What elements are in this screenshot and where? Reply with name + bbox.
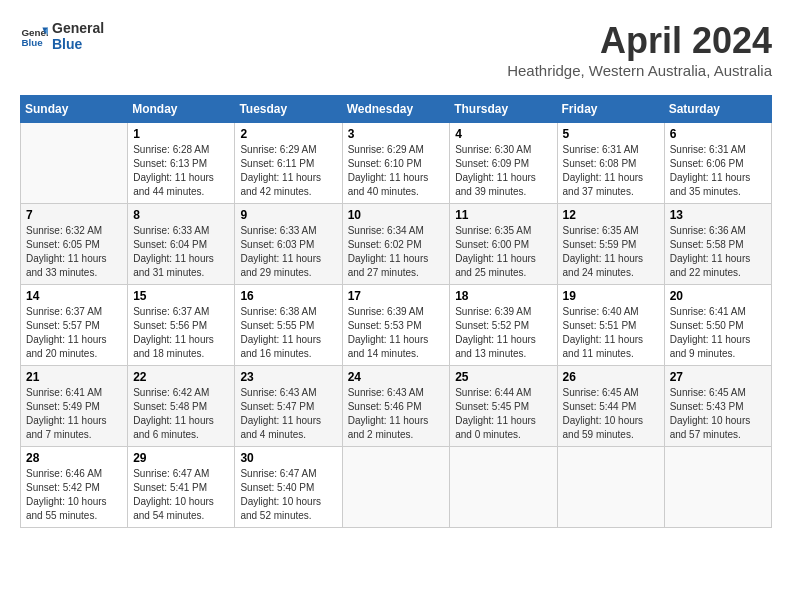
day-number: 22 <box>133 370 229 384</box>
day-info: Sunrise: 6:35 AMSunset: 5:59 PMDaylight:… <box>563 224 659 280</box>
title-block: April 2024 Heathridge, Western Australia… <box>507 20 772 79</box>
week-row-1: 1Sunrise: 6:28 AMSunset: 6:13 PMDaylight… <box>21 123 772 204</box>
day-number: 16 <box>240 289 336 303</box>
calendar-cell: 6Sunrise: 6:31 AMSunset: 6:06 PMDaylight… <box>664 123 771 204</box>
calendar-cell: 3Sunrise: 6:29 AMSunset: 6:10 PMDaylight… <box>342 123 450 204</box>
calendar-cell: 23Sunrise: 6:43 AMSunset: 5:47 PMDayligh… <box>235 366 342 447</box>
location-subtitle: Heathridge, Western Australia, Australia <box>507 62 772 79</box>
day-info: Sunrise: 6:31 AMSunset: 6:06 PMDaylight:… <box>670 143 766 199</box>
day-info: Sunrise: 6:41 AMSunset: 5:50 PMDaylight:… <box>670 305 766 361</box>
day-info: Sunrise: 6:47 AMSunset: 5:41 PMDaylight:… <box>133 467 229 523</box>
calendar-header-row: SundayMondayTuesdayWednesdayThursdayFrid… <box>21 96 772 123</box>
calendar-cell: 21Sunrise: 6:41 AMSunset: 5:49 PMDayligh… <box>21 366 128 447</box>
week-row-5: 28Sunrise: 6:46 AMSunset: 5:42 PMDayligh… <box>21 447 772 528</box>
calendar-cell: 20Sunrise: 6:41 AMSunset: 5:50 PMDayligh… <box>664 285 771 366</box>
header-wednesday: Wednesday <box>342 96 450 123</box>
day-number: 14 <box>26 289 122 303</box>
calendar-cell: 19Sunrise: 6:40 AMSunset: 5:51 PMDayligh… <box>557 285 664 366</box>
header-friday: Friday <box>557 96 664 123</box>
calendar-cell: 14Sunrise: 6:37 AMSunset: 5:57 PMDayligh… <box>21 285 128 366</box>
calendar-cell: 1Sunrise: 6:28 AMSunset: 6:13 PMDaylight… <box>128 123 235 204</box>
calendar-cell: 9Sunrise: 6:33 AMSunset: 6:03 PMDaylight… <box>235 204 342 285</box>
calendar-cell: 15Sunrise: 6:37 AMSunset: 5:56 PMDayligh… <box>128 285 235 366</box>
day-number: 19 <box>563 289 659 303</box>
day-number: 10 <box>348 208 445 222</box>
calendar-cell: 24Sunrise: 6:43 AMSunset: 5:46 PMDayligh… <box>342 366 450 447</box>
calendar-cell <box>342 447 450 528</box>
calendar-cell: 17Sunrise: 6:39 AMSunset: 5:53 PMDayligh… <box>342 285 450 366</box>
day-info: Sunrise: 6:37 AMSunset: 5:56 PMDaylight:… <box>133 305 229 361</box>
calendar-cell <box>664 447 771 528</box>
day-number: 26 <box>563 370 659 384</box>
calendar-cell: 13Sunrise: 6:36 AMSunset: 5:58 PMDayligh… <box>664 204 771 285</box>
day-info: Sunrise: 6:41 AMSunset: 5:49 PMDaylight:… <box>26 386 122 442</box>
day-number: 7 <box>26 208 122 222</box>
day-number: 25 <box>455 370 551 384</box>
calendar-cell: 2Sunrise: 6:29 AMSunset: 6:11 PMDaylight… <box>235 123 342 204</box>
day-info: Sunrise: 6:31 AMSunset: 6:08 PMDaylight:… <box>563 143 659 199</box>
header-sunday: Sunday <box>21 96 128 123</box>
day-info: Sunrise: 6:30 AMSunset: 6:09 PMDaylight:… <box>455 143 551 199</box>
week-row-2: 7Sunrise: 6:32 AMSunset: 6:05 PMDaylight… <box>21 204 772 285</box>
header-tuesday: Tuesday <box>235 96 342 123</box>
day-info: Sunrise: 6:32 AMSunset: 6:05 PMDaylight:… <box>26 224 122 280</box>
day-number: 3 <box>348 127 445 141</box>
day-number: 1 <box>133 127 229 141</box>
day-info: Sunrise: 6:44 AMSunset: 5:45 PMDaylight:… <box>455 386 551 442</box>
month-title: April 2024 <box>507 20 772 62</box>
day-number: 9 <box>240 208 336 222</box>
calendar-cell: 30Sunrise: 6:47 AMSunset: 5:40 PMDayligh… <box>235 447 342 528</box>
day-info: Sunrise: 6:28 AMSunset: 6:13 PMDaylight:… <box>133 143 229 199</box>
day-info: Sunrise: 6:42 AMSunset: 5:48 PMDaylight:… <box>133 386 229 442</box>
calendar-cell: 16Sunrise: 6:38 AMSunset: 5:55 PMDayligh… <box>235 285 342 366</box>
calendar-cell: 27Sunrise: 6:45 AMSunset: 5:43 PMDayligh… <box>664 366 771 447</box>
calendar-cell: 5Sunrise: 6:31 AMSunset: 6:08 PMDaylight… <box>557 123 664 204</box>
logo: General Blue General Blue <box>20 20 104 52</box>
calendar-cell: 18Sunrise: 6:39 AMSunset: 5:52 PMDayligh… <box>450 285 557 366</box>
day-number: 12 <box>563 208 659 222</box>
day-info: Sunrise: 6:36 AMSunset: 5:58 PMDaylight:… <box>670 224 766 280</box>
calendar-cell: 11Sunrise: 6:35 AMSunset: 6:00 PMDayligh… <box>450 204 557 285</box>
day-number: 13 <box>670 208 766 222</box>
calendar-cell: 26Sunrise: 6:45 AMSunset: 5:44 PMDayligh… <box>557 366 664 447</box>
calendar-cell <box>557 447 664 528</box>
day-info: Sunrise: 6:29 AMSunset: 6:11 PMDaylight:… <box>240 143 336 199</box>
day-info: Sunrise: 6:43 AMSunset: 5:46 PMDaylight:… <box>348 386 445 442</box>
day-number: 20 <box>670 289 766 303</box>
day-info: Sunrise: 6:33 AMSunset: 6:03 PMDaylight:… <box>240 224 336 280</box>
day-info: Sunrise: 6:35 AMSunset: 6:00 PMDaylight:… <box>455 224 551 280</box>
day-number: 27 <box>670 370 766 384</box>
week-row-3: 14Sunrise: 6:37 AMSunset: 5:57 PMDayligh… <box>21 285 772 366</box>
calendar-cell <box>21 123 128 204</box>
day-number: 17 <box>348 289 445 303</box>
day-info: Sunrise: 6:43 AMSunset: 5:47 PMDaylight:… <box>240 386 336 442</box>
day-number: 11 <box>455 208 551 222</box>
calendar-table: SundayMondayTuesdayWednesdayThursdayFrid… <box>20 95 772 528</box>
day-number: 4 <box>455 127 551 141</box>
header-monday: Monday <box>128 96 235 123</box>
day-info: Sunrise: 6:29 AMSunset: 6:10 PMDaylight:… <box>348 143 445 199</box>
calendar-cell: 10Sunrise: 6:34 AMSunset: 6:02 PMDayligh… <box>342 204 450 285</box>
logo-text-general: General <box>52 20 104 36</box>
day-number: 15 <box>133 289 229 303</box>
day-info: Sunrise: 6:37 AMSunset: 5:57 PMDaylight:… <box>26 305 122 361</box>
calendar-cell: 8Sunrise: 6:33 AMSunset: 6:04 PMDaylight… <box>128 204 235 285</box>
day-number: 28 <box>26 451 122 465</box>
day-number: 21 <box>26 370 122 384</box>
day-number: 30 <box>240 451 336 465</box>
calendar-cell: 22Sunrise: 6:42 AMSunset: 5:48 PMDayligh… <box>128 366 235 447</box>
day-number: 8 <box>133 208 229 222</box>
day-number: 6 <box>670 127 766 141</box>
day-info: Sunrise: 6:34 AMSunset: 6:02 PMDaylight:… <box>348 224 445 280</box>
day-info: Sunrise: 6:47 AMSunset: 5:40 PMDaylight:… <box>240 467 336 523</box>
day-info: Sunrise: 6:38 AMSunset: 5:55 PMDaylight:… <box>240 305 336 361</box>
logo-icon: General Blue <box>20 22 48 50</box>
day-number: 5 <box>563 127 659 141</box>
day-info: Sunrise: 6:45 AMSunset: 5:44 PMDaylight:… <box>563 386 659 442</box>
day-number: 23 <box>240 370 336 384</box>
day-info: Sunrise: 6:45 AMSunset: 5:43 PMDaylight:… <box>670 386 766 442</box>
day-info: Sunrise: 6:39 AMSunset: 5:53 PMDaylight:… <box>348 305 445 361</box>
header-thursday: Thursday <box>450 96 557 123</box>
calendar-cell: 25Sunrise: 6:44 AMSunset: 5:45 PMDayligh… <box>450 366 557 447</box>
day-info: Sunrise: 6:40 AMSunset: 5:51 PMDaylight:… <box>563 305 659 361</box>
